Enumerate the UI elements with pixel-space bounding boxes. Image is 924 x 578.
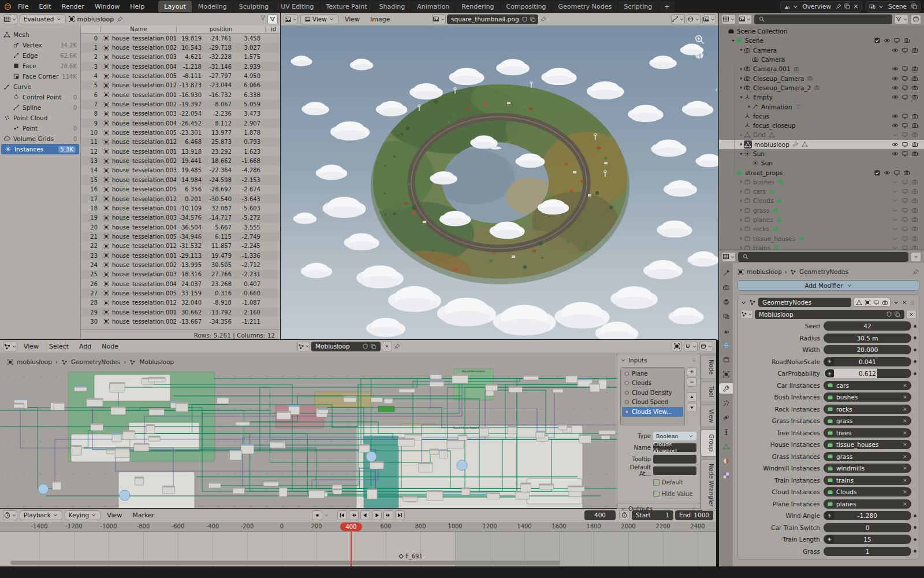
- chevron-down-icon[interactable]: [739, 47, 744, 53]
- field-collection-input[interactable]: trains: [824, 476, 911, 485]
- outliner-row-focus-closeup[interactable]: focus_closeup: [719, 121, 924, 130]
- workspace-tab-layout[interactable]: Layout: [158, 1, 192, 13]
- new-collection-button[interactable]: [911, 14, 921, 24]
- holdout-toggle[interactable]: [913, 170, 918, 175]
- input-remove-button[interactable]: [687, 377, 697, 387]
- input-add-button[interactable]: [687, 367, 697, 376]
- play-button[interactable]: [372, 510, 382, 520]
- eye-toggle-icon[interactable]: [892, 122, 899, 129]
- remove-icon[interactable]: [902, 418, 908, 424]
- properties-tab-physics[interactable]: [720, 412, 732, 423]
- chevron-right-icon[interactable]: [739, 132, 744, 138]
- input-attribute-icon[interactable]: [827, 513, 832, 518]
- table-row[interactable]: 18house_tesselation.001-10.109-32.087-5.…: [81, 203, 281, 213]
- screen-toggle-icon[interactable]: [893, 37, 900, 44]
- field-number-input[interactable]: 42: [824, 321, 911, 331]
- table-row[interactable]: 9house_tesselation.004-26.4528.1122.907: [81, 118, 281, 128]
- outliner-row-animation[interactable]: Animation: [719, 102, 924, 111]
- outliner-row-scene[interactable]: Scene: [719, 36, 924, 45]
- properties-tab-modifiers[interactable]: [719, 383, 733, 394]
- image-menu-view[interactable]: View: [341, 14, 364, 24]
- previous-keyframe-button[interactable]: [349, 510, 359, 520]
- topbar-menu-help[interactable]: Help: [125, 2, 149, 12]
- table-row[interactable]: 24house_tesselation.00213.99530.505-2.71…: [81, 260, 281, 269]
- table-row[interactable]: 15house_tesselation.00414.984-24.598-2.1…: [81, 175, 281, 184]
- sidebar-tab-node[interactable]: Node: [701, 355, 716, 379]
- outliner-row-rocks[interactable]: rocks: [719, 224, 924, 234]
- camera-toggle-icon[interactable]: [911, 235, 918, 242]
- image-channels-button[interactable]: [687, 14, 701, 24]
- properties-search-input[interactable]: [738, 252, 908, 262]
- screen-toggle-icon[interactable]: [901, 197, 908, 204]
- animate-dot[interactable]: [914, 360, 916, 363]
- current-frame-field[interactable]: 400: [584, 510, 616, 520]
- table-row[interactable]: 2house_tesselation.0034.621-32.2281.575: [81, 53, 281, 62]
- link-toggle-icon[interactable]: [892, 244, 899, 250]
- camera-toggle-icon[interactable]: [911, 225, 918, 232]
- filter-button[interactable]: [267, 14, 278, 24]
- table-row[interactable]: 19house_tesselation.003-34.576-14.717-5.…: [81, 213, 281, 223]
- field-collection-input[interactable]: Clouds: [824, 487, 911, 497]
- chevron-right-icon[interactable]: [739, 66, 744, 72]
- record-button[interactable]: [312, 510, 322, 520]
- image-menu-image[interactable]: Image: [366, 14, 394, 24]
- screen-toggle-icon[interactable]: [901, 207, 908, 214]
- hide-value-checkbox[interactable]: [653, 491, 660, 497]
- modifier-edit-mode-toggle[interactable]: [855, 299, 863, 306]
- field-collection-input[interactable]: cars: [824, 381, 911, 390]
- table-row[interactable]: 6house_tesselation.001-16.930-16.7326.33…: [81, 90, 281, 99]
- screen-toggle-icon[interactable]: [901, 141, 908, 148]
- properties-tab-particles[interactable]: [720, 398, 732, 408]
- column-header-position[interactable]: position: [176, 26, 265, 32]
- camera-toggle-icon[interactable]: [911, 207, 918, 214]
- animate-dot[interactable]: [914, 372, 916, 375]
- input-move-down-button[interactable]: [687, 403, 697, 412]
- camera-toggle-icon[interactable]: [911, 75, 918, 82]
- collapse-icon[interactable]: [740, 299, 747, 306]
- copy-icon[interactable]: [844, 3, 851, 10]
- workspace-tab-compositing[interactable]: Compositing: [501, 1, 553, 13]
- domain-row-spline[interactable]: Spline0: [0, 102, 80, 113]
- table-row[interactable]: 12house_tesselation.00113.91823.2921.623: [81, 147, 281, 156]
- column-header-id[interactable]: id: [265, 26, 281, 32]
- sidebar-tab-tool[interactable]: Tool: [701, 381, 716, 402]
- domain-row-instances[interactable]: Instances5.3K: [1, 144, 79, 154]
- screen-toggle-icon[interactable]: [901, 131, 908, 138]
- outliner-row-grass[interactable]: grass: [719, 206, 924, 215]
- outliner-row-grid[interactable]: Grid: [719, 130, 924, 139]
- table-row[interactable]: 17house_tesselation.0120.201-30.540-3.64…: [81, 194, 281, 203]
- scene-selector[interactable]: Overview: [780, 1, 862, 12]
- group-name-field[interactable]: Mobiusloop: [311, 342, 381, 351]
- chevron-down-icon[interactable]: [739, 95, 744, 100]
- pan-hand-icon[interactable]: [694, 49, 705, 62]
- view-layer-selector[interactable]: Scene: [866, 1, 921, 12]
- close-icon[interactable]: [852, 3, 859, 10]
- domain-row-face[interactable]: Face28.6K: [0, 61, 80, 71]
- playback-menu[interactable]: Playback: [20, 510, 62, 520]
- workspace-tab-texture-paint[interactable]: Texture Paint: [321, 1, 374, 13]
- play-reverse-button[interactable]: [360, 510, 370, 520]
- name-field[interactable]: Clouds Viewport: [653, 443, 696, 452]
- default-checkbox[interactable]: [653, 479, 660, 486]
- image-editor-canvas[interactable]: ‹: [281, 25, 719, 340]
- animate-dot[interactable]: [914, 514, 916, 517]
- input-attribute-icon[interactable]: [827, 359, 832, 364]
- table-row[interactable]: 1house_tesselation.00210.543-29.7183.027: [81, 43, 281, 52]
- screen-toggle-icon[interactable]: [901, 188, 908, 195]
- chevron-right-icon[interactable]: [739, 227, 744, 232]
- drag-grip-icon[interactable]: [691, 357, 697, 363]
- animate-dot[interactable]: [914, 538, 916, 541]
- camera-toggle-icon[interactable]: [911, 113, 918, 120]
- camera-toggle-icon[interactable]: [903, 37, 910, 44]
- link-toggle-icon[interactable]: [892, 131, 899, 138]
- tooltip-field[interactable]: [653, 455, 696, 464]
- next-keyframe-button[interactable]: [383, 510, 393, 520]
- column-header-name[interactable]: Name: [100, 26, 176, 32]
- outliner-row-street-props[interactable]: street_props: [719, 168, 924, 177]
- jump-to-end-button[interactable]: [395, 510, 405, 520]
- domain-row-point-cloud[interactable]: Point Cloud: [0, 113, 80, 123]
- timeline-ruler[interactable]: -1400-1200-1000-800-600-400-200020040060…: [0, 522, 716, 532]
- pin-icon[interactable]: [912, 268, 919, 276]
- properties-tab-material[interactable]: [720, 455, 732, 466]
- group-unlink-button[interactable]: [382, 342, 392, 351]
